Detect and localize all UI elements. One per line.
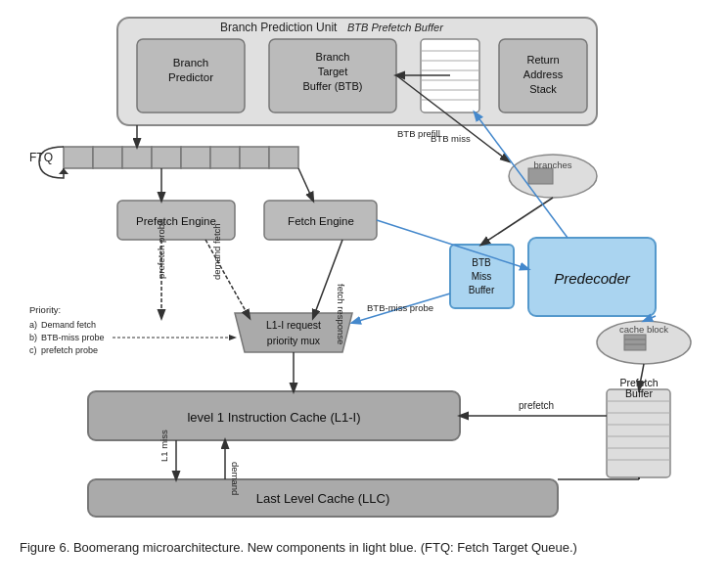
ftq-cell8 <box>269 147 298 168</box>
priority-a-text: Demand fetch <box>41 320 96 330</box>
priority-b-text: BTB-miss probe <box>41 333 105 342</box>
demand-fetch-label: demand fetch <box>211 223 222 280</box>
ftq-cell2 <box>93 147 122 168</box>
prefetch-buffer-box <box>607 389 670 477</box>
bpu-label: Branch Prediction Unit <box>220 21 338 34</box>
predecoder-label: Predecoder <box>554 270 631 287</box>
ftq-cell1 <box>64 147 93 168</box>
ftq-cell5 <box>181 147 210 168</box>
fetch-response-label: fetch response <box>336 284 346 344</box>
ftq-cell4 <box>152 147 181 168</box>
priority-label: Priority: <box>29 304 61 315</box>
ras-label3: Stack <box>529 83 557 95</box>
priority-c-text: prefetch probe <box>41 345 98 355</box>
l1miss-label: L1 miss <box>159 430 169 462</box>
priority-a-label: a) <box>29 320 37 330</box>
btb-miss-probe-label: BTB-miss probe <box>367 302 433 313</box>
architecture-diagram: Branch Prediction Unit BTB Prefetch Buff… <box>10 10 718 528</box>
fetch-engine-label: Fetch Engine <box>288 215 354 227</box>
ftq-to-fetch-arrow <box>298 168 313 201</box>
btb-label1: Branch <box>316 51 350 63</box>
ftq-cell7 <box>240 147 269 168</box>
btb-prefill-label: BTB prefill <box>397 128 440 139</box>
l1i-mux-label2: priority mux <box>267 335 321 346</box>
btb-prefetch-label: BTB Prefetch Buffer <box>347 22 444 33</box>
ras-label1: Return <box>526 54 559 66</box>
priority-b-label: b) <box>29 333 37 342</box>
btb-miss-buffer-label2: Miss <box>472 271 492 282</box>
l1i-cache-label: level 1 Instruction Cache (L1-I) <box>187 410 360 425</box>
diagram-container: Branch Prediction Unit BTB Prefetch Buff… <box>10 10 718 558</box>
ftq-loop-arrowhead <box>59 168 68 174</box>
btb-label2: Target <box>318 66 348 77</box>
figure-label: Figure 6. <box>20 540 69 555</box>
btb-miss-buffer-label3: Buffer <box>469 285 495 295</box>
llc-label: Last Level Cache (LLC) <box>256 491 390 506</box>
demand-label: demand <box>230 462 241 495</box>
btb-label3: Buffer (BTB) <box>303 80 363 92</box>
ftq-cell3 <box>122 147 152 168</box>
prefetch-engine-label: Prefetch Engine <box>136 215 216 227</box>
branch-predictor-label2: Predictor <box>168 71 213 83</box>
l1i-mux-label1: L1-I request <box>266 319 321 331</box>
ftq-label: FTQ <box>29 151 53 164</box>
ftq-cell6 <box>210 147 240 168</box>
prefetch-label: prefetch <box>519 400 554 411</box>
priority-c-label: c) <box>29 345 37 355</box>
branches-inner-box <box>528 168 553 184</box>
figure-text: Boomerang microarchitecture. New compone… <box>73 540 577 555</box>
prefetch-probe-label: prefetch probe <box>156 219 166 279</box>
cache-block-label: cache block <box>619 324 668 335</box>
ras-label2: Address <box>523 68 564 80</box>
cache-block-inner <box>624 335 646 350</box>
branch-predictor-label: Branch <box>173 57 208 68</box>
figure-caption: Figure 6. Boomerang microarchitecture. N… <box>10 528 718 558</box>
branches-label: branches <box>533 159 571 170</box>
btb-miss-buffer-label1: BTB <box>472 257 491 268</box>
